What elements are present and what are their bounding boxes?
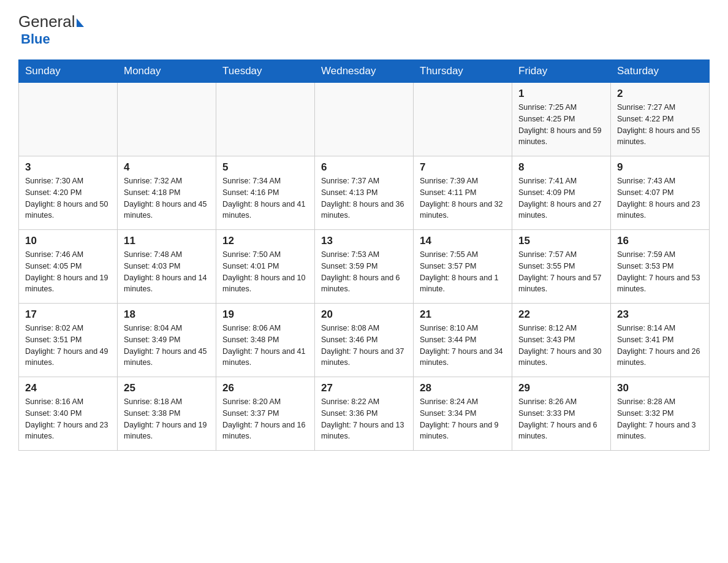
day-number: 24: [25, 382, 111, 394]
day-number: 20: [321, 308, 407, 321]
day-number: 17: [25, 308, 111, 321]
day-number: 9: [617, 161, 703, 174]
weekday-header-monday: Monday: [118, 60, 216, 83]
weekday-header-wednesday: Wednesday: [315, 60, 414, 83]
calendar-cell: 23Sunrise: 8:14 AM Sunset: 3:41 PM Dayli…: [611, 304, 710, 377]
day-info: Sunrise: 7:53 AM Sunset: 3:59 PM Dayligh…: [321, 249, 407, 295]
day-number: 10: [25, 235, 111, 247]
day-info: Sunrise: 7:43 AM Sunset: 4:07 PM Dayligh…: [617, 175, 703, 221]
calendar-cell: 30Sunrise: 8:28 AM Sunset: 3:32 PM Dayli…: [611, 377, 710, 451]
weekday-header-saturday: Saturday: [611, 60, 710, 83]
calendar-row-0: 1Sunrise: 7:25 AM Sunset: 4:25 PM Daylig…: [19, 83, 710, 156]
calendar-cell: 9Sunrise: 7:43 AM Sunset: 4:07 PM Daylig…: [611, 156, 710, 230]
day-info: Sunrise: 8:20 AM Sunset: 3:37 PM Dayligh…: [222, 396, 308, 442]
calendar-cell: 6Sunrise: 7:37 AM Sunset: 4:13 PM Daylig…: [315, 156, 414, 230]
day-info: Sunrise: 7:46 AM Sunset: 4:05 PM Dayligh…: [25, 249, 111, 295]
day-number: 15: [518, 235, 604, 247]
calendar-cell: [414, 83, 512, 156]
calendar-cell: 13Sunrise: 7:53 AM Sunset: 3:59 PM Dayli…: [315, 230, 414, 304]
calendar-cell: 4Sunrise: 7:32 AM Sunset: 4:18 PM Daylig…: [118, 156, 216, 230]
day-info: Sunrise: 8:04 AM Sunset: 3:49 PM Dayligh…: [124, 323, 210, 369]
calendar-cell: 18Sunrise: 8:04 AM Sunset: 3:49 PM Dayli…: [118, 304, 216, 377]
day-info: Sunrise: 8:02 AM Sunset: 3:51 PM Dayligh…: [25, 323, 111, 369]
day-info: Sunrise: 8:14 AM Sunset: 3:41 PM Dayligh…: [617, 323, 703, 369]
calendar-cell: 26Sunrise: 8:20 AM Sunset: 3:37 PM Dayli…: [216, 377, 315, 451]
day-info: Sunrise: 7:39 AM Sunset: 4:11 PM Dayligh…: [420, 175, 506, 221]
day-number: 22: [518, 308, 604, 321]
day-info: Sunrise: 8:26 AM Sunset: 3:33 PM Dayligh…: [518, 396, 604, 442]
day-info: Sunrise: 7:34 AM Sunset: 4:16 PM Dayligh…: [222, 175, 308, 221]
day-number: 23: [617, 308, 703, 321]
calendar-cell: 14Sunrise: 7:55 AM Sunset: 3:57 PM Dayli…: [414, 230, 512, 304]
calendar-cell: 17Sunrise: 8:02 AM Sunset: 3:51 PM Dayli…: [19, 304, 118, 377]
day-number: 11: [124, 235, 210, 247]
day-number: 30: [617, 382, 703, 394]
day-number: 28: [420, 382, 506, 394]
calendar-cell: [19, 83, 118, 156]
day-info: Sunrise: 7:30 AM Sunset: 4:20 PM Dayligh…: [25, 175, 111, 221]
calendar-cell: [216, 83, 315, 156]
day-info: Sunrise: 8:10 AM Sunset: 3:44 PM Dayligh…: [420, 323, 506, 369]
calendar-cell: 2Sunrise: 7:27 AM Sunset: 4:22 PM Daylig…: [611, 83, 710, 156]
day-info: Sunrise: 7:25 AM Sunset: 4:25 PM Dayligh…: [518, 102, 604, 148]
day-number: 18: [124, 308, 210, 321]
day-number: 13: [321, 235, 407, 247]
calendar-cell: 29Sunrise: 8:26 AM Sunset: 3:33 PM Dayli…: [512, 377, 611, 451]
day-info: Sunrise: 8:06 AM Sunset: 3:48 PM Dayligh…: [222, 323, 308, 369]
day-number: 2: [617, 88, 703, 100]
calendar-cell: 21Sunrise: 8:10 AM Sunset: 3:44 PM Dayli…: [414, 304, 512, 377]
day-info: Sunrise: 8:16 AM Sunset: 3:40 PM Dayligh…: [25, 396, 111, 442]
calendar-cell: 20Sunrise: 8:08 AM Sunset: 3:46 PM Dayli…: [315, 304, 414, 377]
day-number: 27: [321, 382, 407, 394]
calendar-row-4: 24Sunrise: 8:16 AM Sunset: 3:40 PM Dayli…: [19, 377, 710, 451]
calendar-cell: 28Sunrise: 8:24 AM Sunset: 3:34 PM Dayli…: [414, 377, 512, 451]
logo-triangle-icon: [77, 18, 84, 27]
calendar-row-1: 3Sunrise: 7:30 AM Sunset: 4:20 PM Daylig…: [19, 156, 710, 230]
day-number: 21: [420, 308, 506, 321]
day-number: 7: [420, 161, 506, 174]
calendar-cell: 11Sunrise: 7:48 AM Sunset: 4:03 PM Dayli…: [118, 230, 216, 304]
day-number: 8: [518, 161, 604, 174]
day-info: Sunrise: 8:12 AM Sunset: 3:43 PM Dayligh…: [518, 323, 604, 369]
calendar-cell: 5Sunrise: 7:34 AM Sunset: 4:16 PM Daylig…: [216, 156, 315, 230]
day-number: 3: [25, 161, 111, 174]
calendar-row-2: 10Sunrise: 7:46 AM Sunset: 4:05 PM Dayli…: [19, 230, 710, 304]
calendar-cell: 19Sunrise: 8:06 AM Sunset: 3:48 PM Dayli…: [216, 304, 315, 377]
day-info: Sunrise: 8:08 AM Sunset: 3:46 PM Dayligh…: [321, 323, 407, 369]
day-number: 25: [124, 382, 210, 394]
day-number: 1: [518, 88, 604, 100]
day-info: Sunrise: 7:27 AM Sunset: 4:22 PM Dayligh…: [617, 102, 703, 148]
weekday-header-sunday: Sunday: [19, 60, 118, 83]
weekday-header-friday: Friday: [512, 60, 611, 83]
day-number: 19: [222, 308, 308, 321]
day-number: 29: [518, 382, 604, 394]
day-info: Sunrise: 8:28 AM Sunset: 3:32 PM Dayligh…: [617, 396, 703, 442]
day-number: 4: [124, 161, 210, 174]
calendar-cell: 12Sunrise: 7:50 AM Sunset: 4:01 PM Dayli…: [216, 230, 315, 304]
logo-blue-text: Blue: [21, 31, 50, 47]
day-info: Sunrise: 7:50 AM Sunset: 4:01 PM Dayligh…: [222, 249, 308, 295]
header: General Blue: [18, 12, 710, 47]
weekday-header-row: SundayMondayTuesdayWednesdayThursdayFrid…: [19, 60, 710, 83]
calendar-cell: 3Sunrise: 7:30 AM Sunset: 4:20 PM Daylig…: [19, 156, 118, 230]
day-number: 26: [222, 382, 308, 394]
day-info: Sunrise: 7:55 AM Sunset: 3:57 PM Dayligh…: [420, 249, 506, 295]
calendar-cell: 27Sunrise: 8:22 AM Sunset: 3:36 PM Dayli…: [315, 377, 414, 451]
day-info: Sunrise: 7:37 AM Sunset: 4:13 PM Dayligh…: [321, 175, 407, 221]
calendar-cell: 8Sunrise: 7:41 AM Sunset: 4:09 PM Daylig…: [512, 156, 611, 230]
calendar-cell: 15Sunrise: 7:57 AM Sunset: 3:55 PM Dayli…: [512, 230, 611, 304]
calendar-cell: 1Sunrise: 7:25 AM Sunset: 4:25 PM Daylig…: [512, 83, 611, 156]
day-number: 12: [222, 235, 308, 247]
day-info: Sunrise: 7:59 AM Sunset: 3:53 PM Dayligh…: [617, 249, 703, 295]
calendar-cell: 25Sunrise: 8:18 AM Sunset: 3:38 PM Dayli…: [118, 377, 216, 451]
day-number: 6: [321, 161, 407, 174]
weekday-header-tuesday: Tuesday: [216, 60, 315, 83]
calendar-cell: 24Sunrise: 8:16 AM Sunset: 3:40 PM Dayli…: [19, 377, 118, 451]
day-info: Sunrise: 8:18 AM Sunset: 3:38 PM Dayligh…: [124, 396, 210, 442]
calendar-cell: 16Sunrise: 7:59 AM Sunset: 3:53 PM Dayli…: [611, 230, 710, 304]
calendar-row-3: 17Sunrise: 8:02 AM Sunset: 3:51 PM Dayli…: [19, 304, 710, 377]
calendar-cell: [118, 83, 216, 156]
logo-general: General: [18, 12, 75, 31]
weekday-header-thursday: Thursday: [414, 60, 512, 83]
calendar-table: SundayMondayTuesdayWednesdayThursdayFrid…: [18, 59, 710, 451]
